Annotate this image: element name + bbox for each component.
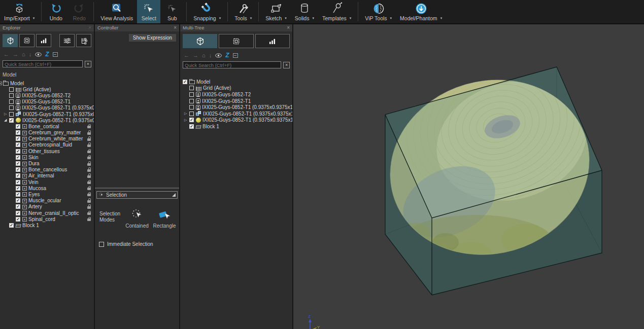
visibility-checkbox[interactable] (16, 136, 20, 141)
visibility-checkbox[interactable] (16, 211, 20, 215)
rectangle-mode-button[interactable]: Rectangle (149, 208, 180, 229)
visibility-checkbox[interactable] (9, 112, 14, 117)
close-icon[interactable]: × (287, 25, 290, 31)
visibility-checkbox[interactable] (16, 173, 20, 178)
tab-model-3d[interactable] (183, 34, 217, 48)
tree-item[interactable]: Dura (0, 160, 94, 166)
dropdown-caret-icon[interactable]: ▾ (440, 16, 443, 20)
visibility-checkbox[interactable] (189, 92, 194, 97)
tab-analysis[interactable] (36, 34, 51, 47)
tree-item[interactable]: Block 1 (180, 123, 292, 130)
visibility-checkbox[interactable] (9, 93, 14, 98)
visibility-checkbox[interactable] (9, 223, 14, 228)
visibility-checkbox[interactable] (189, 112, 194, 116)
sub-button[interactable]: Sub (160, 0, 184, 23)
visibility-checkbox[interactable] (9, 105, 14, 110)
tree-item[interactable]: Vein (0, 179, 94, 185)
tree-item[interactable]: IXI025-Guys-0852-T1 (0.9375x0.9375x1.25)… (180, 117, 292, 124)
expander-dot-icon[interactable] (0, 82, 2, 85)
tree-item[interactable]: IXI025-Guys-0852-T1 (0.9375x0.9375 (0, 111, 94, 117)
tree-item[interactable]: IXI025-Guys-0852-T1 (0.9375x0.9375 (0, 117, 94, 123)
search-input[interactable] (3, 60, 83, 67)
back-arrow-icon[interactable]: ← (4, 52, 9, 57)
home-icon[interactable]: ⌂ (22, 52, 25, 57)
tab-model-3d[interactable] (3, 34, 18, 47)
clear-search-icon[interactable]: × (85, 61, 91, 67)
visibility-checkbox[interactable] (16, 204, 20, 209)
tab-properties[interactable] (59, 34, 75, 47)
eye-icon[interactable] (215, 53, 222, 58)
tab-simulation[interactable] (219, 34, 253, 48)
visibility-checkbox[interactable] (16, 124, 20, 129)
snapping-button[interactable]: Snapping▾ (189, 0, 225, 23)
tree-item[interactable]: Other_tissues (0, 148, 94, 154)
tree-item[interactable]: Block 1 (0, 222, 94, 228)
clear-search-icon[interactable]: × (283, 62, 290, 68)
visibility-checkbox[interactable] (16, 142, 20, 147)
dropdown-caret-icon[interactable]: ▾ (219, 16, 221, 20)
down-arrow-icon[interactable]: ↓ (29, 52, 32, 57)
redo-button[interactable]: Redo (67, 0, 91, 23)
tree-item[interactable]: IXI025-Guys-0852-T2 (180, 91, 292, 98)
tree-item[interactable]: IXI025-Guys-0852-T1 (0.9375x0.9375 (0, 105, 94, 111)
expander-collapsed-icon[interactable] (184, 112, 189, 116)
tree-item[interactable]: Nerve_cranial_II_optic (0, 210, 94, 216)
vip-tools-button[interactable]: ViP Tools▾ (361, 0, 396, 23)
tree-item[interactable]: Muscle_ocular (0, 198, 94, 204)
sketch-button[interactable]: Sketch▾ (261, 0, 291, 23)
collapse-all-icon[interactable] (233, 53, 238, 58)
forward-arrow-icon[interactable]: → (13, 52, 18, 57)
visibility-checkbox[interactable] (189, 86, 194, 90)
visibility-checkbox[interactable] (183, 80, 187, 84)
dropdown-caret-icon[interactable]: ▾ (285, 16, 287, 20)
visibility-checkbox[interactable] (16, 180, 20, 185)
visibility-checkbox[interactable] (189, 124, 194, 129)
expander-expanded-icon[interactable] (4, 118, 9, 122)
visibility-checkbox[interactable] (189, 99, 194, 103)
visibility-checkbox[interactable] (16, 186, 20, 191)
dropdown-caret-icon[interactable]: ▾ (33, 16, 35, 20)
visibility-checkbox[interactable] (16, 198, 20, 203)
tree-item[interactable]: IXI025-Guys-0852-T1 (180, 98, 292, 104)
tree-item[interactable]: Bone_cancellous (0, 167, 94, 173)
tree-item[interactable]: Model (0, 80, 94, 86)
collapse-corner-icon[interactable] (172, 193, 176, 197)
tree-item[interactable]: IXI025-Guys-0852-T1 (0, 99, 94, 105)
forward-arrow-icon[interactable]: → (193, 53, 198, 58)
dropdown-caret-icon[interactable]: ▾ (390, 16, 392, 20)
model-phantom-button[interactable]: Model/Phantom▾ (396, 0, 446, 23)
tree-item[interactable]: Model (180, 79, 292, 85)
dropdown-caret-icon[interactable]: ▾ (250, 16, 252, 20)
tree-item[interactable]: Artery (0, 204, 94, 210)
contained-mode-button[interactable]: Contained (121, 208, 153, 229)
tree-item[interactable]: IXI025-Guys-0852-T2 (0, 92, 94, 98)
visibility-checkbox[interactable] (16, 217, 20, 222)
close-icon[interactable]: × (88, 25, 91, 31)
home-icon[interactable]: ⌂ (202, 53, 206, 58)
tree-item[interactable]: Cerebrospinal_fluid (0, 142, 94, 148)
tree-item[interactable]: Grid (Active) (180, 85, 292, 92)
imp-export-button[interactable]: Imp/Export▾ (0, 0, 39, 23)
visibility-checkbox[interactable] (9, 99, 14, 104)
tools-button[interactable]: Tools▾ (230, 0, 256, 23)
templates-button[interactable]: Templates▾ (318, 0, 355, 23)
tab-analysis[interactable] (255, 34, 290, 48)
show-expression-button[interactable]: Show Expression (129, 34, 176, 42)
visibility-checkbox[interactable] (16, 130, 20, 135)
tree-item[interactable]: Bone_cortical (0, 123, 94, 129)
dropdown-caret-icon[interactable]: ▾ (312, 16, 314, 20)
tree-item[interactable]: Mucosa (0, 185, 94, 191)
tree-item[interactable]: Grid (Active) (0, 86, 94, 92)
undo-button[interactable]: Undo (44, 0, 67, 23)
back-arrow-icon[interactable]: ← (184, 53, 189, 58)
tree-item[interactable]: IXI025-Guys-0852-T1 (0.9375x0.9375x1.25)… (180, 111, 292, 117)
tab-hierarchy[interactable] (76, 34, 91, 47)
down-arrow-icon[interactable]: ↓ (209, 53, 212, 58)
visibility-checkbox[interactable] (16, 192, 20, 197)
eye-icon[interactable] (35, 52, 42, 57)
immediate-selection-checkbox[interactable] (99, 242, 104, 247)
tree-item[interactable]: IXI025-Guys-0852-T1 (0.9375x0.9375x1.25) (180, 104, 292, 111)
tree-item[interactable]: Air_internal (0, 173, 94, 179)
view-analysis-button[interactable]: View Analysis (96, 0, 137, 23)
visibility-checkbox[interactable] (9, 118, 14, 123)
